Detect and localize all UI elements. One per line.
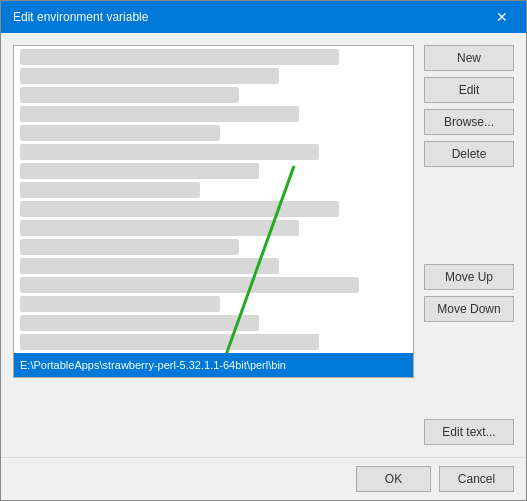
- env-var-list[interactable]: E:\PortableApps\strawberry-perl-5.32.1.1…: [13, 45, 414, 378]
- buttons-panel: New Edit Browse... Delete Move Up Move D…: [424, 45, 514, 445]
- list-item[interactable]: [20, 87, 239, 103]
- dialog-footer: OK Cancel: [1, 457, 526, 500]
- edit-button[interactable]: Edit: [424, 77, 514, 103]
- dialog-body: E:\PortableApps\strawberry-perl-5.32.1.1…: [1, 33, 526, 457]
- list-item[interactable]: [20, 125, 220, 141]
- list-item[interactable]: [20, 239, 239, 255]
- title-bar: Edit environment variable ✕: [1, 1, 526, 33]
- move-down-button[interactable]: Move Down: [424, 296, 514, 322]
- list-item[interactable]: [20, 220, 299, 236]
- list-item[interactable]: [20, 258, 279, 274]
- list-item[interactable]: [20, 334, 319, 350]
- list-item[interactable]: [20, 163, 259, 179]
- cancel-button[interactable]: Cancel: [439, 466, 514, 492]
- list-item[interactable]: [20, 182, 200, 198]
- list-item[interactable]: [20, 277, 359, 293]
- delete-button[interactable]: Delete: [424, 141, 514, 167]
- close-button[interactable]: ✕: [490, 5, 514, 29]
- browse-button[interactable]: Browse...: [424, 109, 514, 135]
- list-item[interactable]: [20, 201, 339, 217]
- list-item[interactable]: [20, 296, 220, 312]
- list-item[interactable]: [20, 144, 319, 160]
- selected-list-item[interactable]: E:\PortableApps\strawberry-perl-5.32.1.1…: [14, 353, 413, 377]
- list-container: E:\PortableApps\strawberry-perl-5.32.1.1…: [13, 45, 414, 445]
- move-up-button[interactable]: Move Up: [424, 264, 514, 290]
- list-item[interactable]: [20, 49, 339, 65]
- list-item[interactable]: [20, 315, 259, 331]
- ok-button[interactable]: OK: [356, 466, 431, 492]
- dialog-title: Edit environment variable: [13, 10, 148, 24]
- edit-text-button[interactable]: Edit text...: [424, 419, 514, 445]
- list-item[interactable]: [20, 106, 299, 122]
- edit-env-var-dialog: Edit environment variable ✕: [0, 0, 527, 501]
- list-item[interactable]: [20, 68, 279, 84]
- new-button[interactable]: New: [424, 45, 514, 71]
